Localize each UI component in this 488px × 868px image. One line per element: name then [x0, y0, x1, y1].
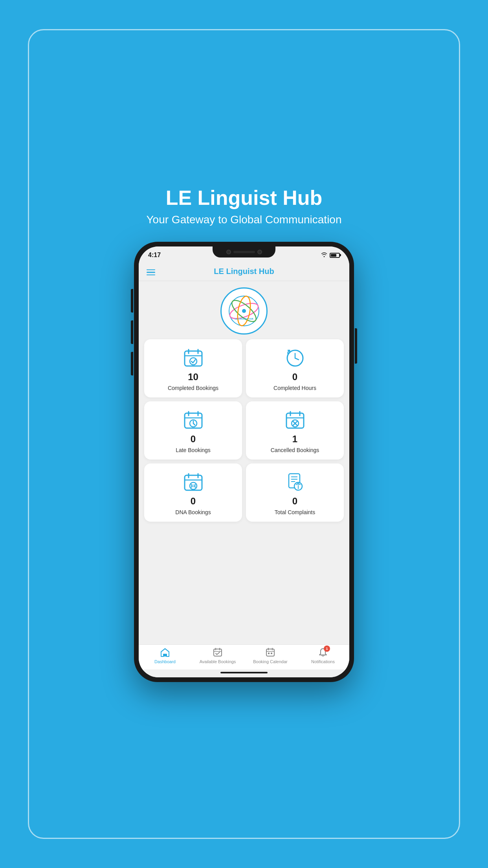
home-indicator [220, 672, 268, 673]
speaker [233, 251, 255, 253]
home-bar [139, 669, 349, 677]
logo-area: LE LINGUIST HUB [139, 281, 349, 339]
svg-rect-6 [185, 351, 202, 366]
menu-button[interactable] [147, 269, 155, 276]
dna-bookings-number: 0 [191, 496, 196, 507]
svg-text:LE LINGUIST HUB: LE LINGUIST HUB [235, 318, 253, 320]
status-time: 4:17 [148, 252, 161, 259]
stat-card-total-complaints[interactable]: 0 Total Complaints [246, 463, 344, 522]
completed-bookings-number: 10 [188, 371, 198, 383]
app-header: LE Linguist Hub [139, 264, 349, 281]
home-icon [160, 647, 171, 658]
calendar-late-icon [182, 409, 204, 431]
nav-available-bookings-label: Available Bookings [200, 659, 236, 664]
wifi-icon [321, 252, 327, 258]
svg-point-4 [242, 309, 246, 313]
stat-card-completed-hours[interactable]: 0 Completed Hours [246, 339, 344, 397]
menu-line-2 [147, 272, 155, 273]
clock-icon [284, 347, 306, 369]
notifications-badge: 1 [324, 645, 330, 652]
battery-icon [330, 253, 340, 258]
outer-wrapper: LE Linguist Hub Your Gateway to Global C… [28, 29, 460, 839]
stat-card-late-bookings[interactable]: 0 Late Bookings [144, 401, 242, 460]
complaints-icon [284, 471, 306, 493]
svg-rect-49 [268, 653, 270, 654]
logo-globe-svg: LE LINGUIST HUB [224, 291, 264, 331]
svg-rect-19 [286, 413, 304, 428]
app-header-title: LE Linguist Hub [214, 267, 274, 276]
nav-dashboard[interactable]: Dashboard [139, 647, 191, 664]
nav-available-bookings[interactable]: Available Bookings [191, 647, 244, 664]
page-title: LE Linguist Hub [147, 186, 342, 210]
available-bookings-icon [212, 647, 223, 658]
status-bar: 4:17 [139, 246, 349, 264]
phone-frame: 4:17 [134, 242, 354, 682]
svg-rect-50 [271, 653, 272, 654]
calendar-dna-icon [182, 471, 204, 493]
sensor [257, 250, 262, 254]
total-complaints-number: 0 [292, 496, 297, 507]
stats-grid: 10 Completed Bookings 0 Compl [139, 339, 349, 526]
svg-rect-45 [266, 649, 274, 656]
cancelled-bookings-number: 1 [292, 434, 297, 445]
completed-hours-number: 0 [292, 371, 297, 383]
stat-card-completed-bookings[interactable]: 10 Completed Bookings [144, 339, 242, 397]
svg-point-30 [190, 482, 197, 489]
total-complaints-label: Total Complaints [275, 509, 316, 515]
svg-rect-40 [164, 654, 166, 657]
svg-point-38 [297, 484, 299, 485]
nav-notifications[interactable]: 1 Notifications [297, 647, 349, 664]
page-header: LE Linguist Hub Your Gateway to Global C… [147, 186, 342, 226]
completed-hours-label: Completed Hours [273, 385, 316, 391]
late-bookings-label: Late Bookings [176, 447, 211, 453]
booking-calendar-icon [265, 647, 276, 658]
completed-bookings-label: Completed Bookings [168, 385, 218, 391]
svg-rect-41 [214, 649, 222, 656]
bottom-nav: Dashboard Available Bookings [139, 644, 349, 669]
logo: LE LINGUIST HUB [220, 287, 268, 335]
cancelled-bookings-label: Cancelled Bookings [271, 447, 319, 453]
stat-card-dna-bookings[interactable]: 0 DNA Bookings [144, 463, 242, 522]
app-content: LE LINGUIST HUB [139, 281, 349, 644]
notifications-icon: 1 [317, 647, 328, 658]
menu-line-1 [147, 269, 155, 270]
status-right [321, 252, 340, 258]
dna-bookings-label: DNA Bookings [175, 509, 211, 515]
svg-line-18 [193, 423, 195, 425]
nav-booking-calendar[interactable]: Booking Calendar [244, 647, 297, 664]
phone-screen: 4:17 [139, 246, 349, 677]
late-bookings-number: 0 [191, 434, 196, 445]
stat-card-cancelled-bookings[interactable]: 1 Cancelled Bookings [246, 401, 344, 460]
notch [213, 246, 275, 257]
calendar-check-icon [182, 347, 204, 369]
page-subtitle: Your Gateway to Global Communication [147, 213, 342, 226]
front-camera [226, 250, 231, 254]
menu-line-3 [147, 274, 155, 276]
nav-booking-calendar-label: Booking Calendar [253, 659, 287, 664]
nav-notifications-label: Notifications [311, 659, 335, 664]
calendar-cancel-icon [284, 409, 306, 431]
nav-dashboard-label: Dashboard [154, 659, 176, 664]
svg-point-10 [190, 358, 197, 365]
